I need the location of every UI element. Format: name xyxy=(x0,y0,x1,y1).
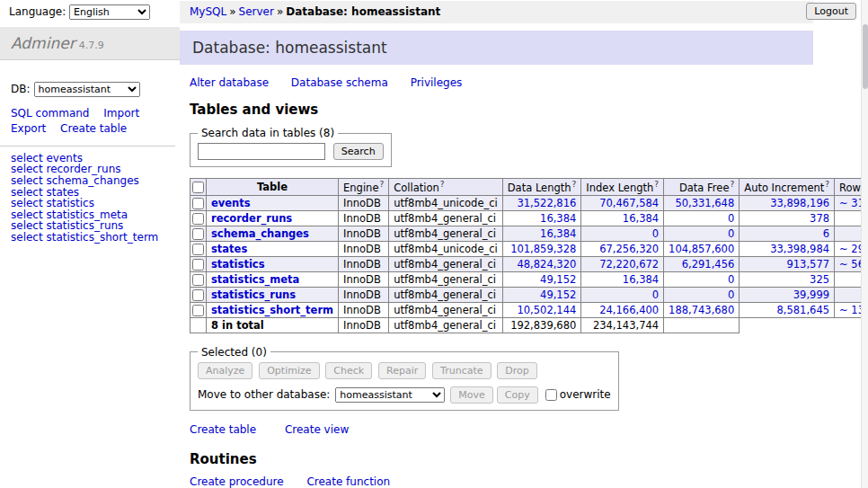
sidebar-select-table-link[interactable]: select schema_changes xyxy=(11,175,169,187)
sidebar-link[interactable]: Create table xyxy=(60,121,127,137)
db-action-link[interactable]: Alter database xyxy=(190,76,269,89)
routine-link[interactable]: Create function xyxy=(306,475,390,488)
index-length-cell: 0 xyxy=(581,226,664,241)
data-length-link[interactable]: 16,384 xyxy=(540,227,576,240)
auto-increment-link[interactable]: 325 xyxy=(810,273,829,286)
sidebar-select-table-link[interactable]: select statistics_short_term xyxy=(11,232,169,244)
data-length-link[interactable]: 49,152 xyxy=(540,288,576,301)
db-action-link[interactable]: Privileges xyxy=(411,76,463,89)
table-name-link[interactable]: schema_changes xyxy=(211,227,309,240)
auto-increment-link[interactable]: 6 xyxy=(823,227,829,240)
index-length-link[interactable]: 70,467,584 xyxy=(599,197,659,209)
table-name-link[interactable]: statistics_meta xyxy=(211,273,299,286)
data-length-link[interactable]: 101,859,328 xyxy=(510,243,576,255)
help-link[interactable]: ? xyxy=(379,180,384,189)
breadcrumb-server-link[interactable]: Server xyxy=(239,5,274,18)
move-button[interactable]: Move xyxy=(450,386,493,404)
table-operation-button[interactable]: Analyze xyxy=(198,362,252,379)
data-free-link[interactable]: 0 xyxy=(728,273,734,286)
move-db-select[interactable]: homeassistant xyxy=(335,387,445,403)
index-length-link[interactable]: 24,166,400 xyxy=(599,304,659,316)
row-checkbox-cell xyxy=(190,271,207,287)
index-length-link[interactable]: 0 xyxy=(652,227,659,240)
data-length-link[interactable]: 48,824,320 xyxy=(517,258,576,271)
table-name-link[interactable]: states xyxy=(211,243,247,255)
table-name-link[interactable]: statistics_short_term xyxy=(211,304,333,316)
sidebar-link[interactable]: SQL command xyxy=(11,106,89,121)
help-link[interactable]: ? xyxy=(825,180,829,189)
sidebar-select-table-link[interactable]: select statistics xyxy=(11,198,169,209)
search-input[interactable] xyxy=(198,143,325,160)
table-name-link[interactable]: statistics_runs xyxy=(211,288,296,301)
db-action-link[interactable]: Database schema xyxy=(291,76,388,89)
operations-row: Analyze Optimize Check Repair Truncate D… xyxy=(198,362,611,379)
main-content: Database: homeassistant Alter database D… xyxy=(180,23,813,488)
auto-increment-cell: 378 xyxy=(740,210,835,226)
data-length-link[interactable]: 49,152 xyxy=(540,273,576,286)
data-free-link[interactable]: 0 xyxy=(728,227,734,240)
table-operation-button[interactable]: Check xyxy=(325,362,372,379)
header-engine: Engine? xyxy=(339,179,389,196)
select-all-checkbox[interactable] xyxy=(192,182,204,193)
logout-button[interactable]: Logout xyxy=(806,3,856,20)
data-length-link[interactable]: 10,502,144 xyxy=(517,304,576,316)
auto-increment-link[interactable]: 33,398,984 xyxy=(770,243,829,255)
row-checkbox[interactable] xyxy=(192,305,204,316)
index-length-link[interactable]: 16,384 xyxy=(623,212,659,225)
auto-increment-link[interactable]: 39,999 xyxy=(793,288,829,301)
index-length-link[interactable]: 67,256,320 xyxy=(599,243,659,255)
data-length-link[interactable]: 16,384 xyxy=(540,212,576,225)
table-name-link[interactable]: statistics xyxy=(211,258,265,271)
index-length-link[interactable]: 72,220,672 xyxy=(599,258,659,271)
index-length-cell: 72,220,672 xyxy=(581,256,664,271)
row-checkbox[interactable] xyxy=(192,244,204,255)
row-checkbox[interactable] xyxy=(192,198,204,209)
data-free-link[interactable]: 104,857,600 xyxy=(669,243,734,255)
table-operation-button[interactable]: Repair xyxy=(378,362,426,379)
help-link[interactable]: ? xyxy=(730,180,734,189)
copy-button[interactable]: Copy xyxy=(497,386,538,404)
overwrite-checkbox[interactable] xyxy=(545,389,557,401)
table-operation-button[interactable]: Optimize xyxy=(259,362,319,379)
help-link[interactable]: ? xyxy=(440,180,445,189)
index-length-link[interactable]: 16,384 xyxy=(623,273,659,286)
data-length-link[interactable]: 31,522,816 xyxy=(517,197,576,209)
sidebar-link[interactable]: Import xyxy=(103,106,139,121)
help-link[interactable]: ? xyxy=(654,180,659,189)
data-free-link[interactable]: 188,743,680 xyxy=(669,304,734,316)
engine-cell: InnoDB xyxy=(339,241,389,256)
table-operation-button[interactable]: Truncate xyxy=(432,362,491,379)
row-checkbox[interactable] xyxy=(192,228,204,240)
routine-link[interactable]: Create procedure xyxy=(190,475,284,488)
row-checkbox[interactable] xyxy=(192,259,204,271)
tables-tbody: events InnoDB utf8mb4_unicode_ci 31,522,… xyxy=(190,195,868,317)
language-select[interactable]: English xyxy=(69,4,150,20)
db-select[interactable]: homeassistant xyxy=(34,82,140,97)
scrollbar-thumb[interactable] xyxy=(863,24,868,89)
data-free-link[interactable]: 50,331,648 xyxy=(675,197,734,209)
table-name-link[interactable]: recorder_runs xyxy=(211,212,292,225)
data-free-link[interactable]: 0 xyxy=(728,288,734,301)
breadcrumb-mysql-link[interactable]: MySQL xyxy=(190,5,226,18)
page-title: Database: homeassistant xyxy=(180,31,813,65)
auto-increment-link[interactable]: 33,898,196 xyxy=(770,197,829,209)
index-length-link[interactable]: 0 xyxy=(652,288,659,301)
scrollbar[interactable] xyxy=(861,0,868,488)
help-link[interactable]: ? xyxy=(572,180,577,189)
search-button[interactable]: Search xyxy=(333,143,384,160)
collation-cell: utf8mb4_unicode_ci xyxy=(389,241,503,256)
table-operation-button[interactable]: Drop xyxy=(497,362,536,379)
auto-increment-link[interactable]: 8,581,645 xyxy=(777,304,830,316)
sidebar-link[interactable]: Export xyxy=(11,121,46,137)
create-link[interactable]: Create table xyxy=(190,423,256,436)
row-checkbox[interactable] xyxy=(192,289,204,301)
row-checkbox[interactable] xyxy=(192,274,204,286)
row-checkbox[interactable] xyxy=(192,213,204,225)
header-data-free: Data Free? xyxy=(664,179,740,196)
create-link[interactable]: Create view xyxy=(285,423,349,436)
auto-increment-link[interactable]: 913,577 xyxy=(786,258,829,271)
data-free-link[interactable]: 6,291,456 xyxy=(682,258,735,271)
auto-increment-link[interactable]: 378 xyxy=(810,212,829,225)
table-name-link[interactable]: events xyxy=(211,197,251,209)
data-free-link[interactable]: 0 xyxy=(728,212,734,225)
